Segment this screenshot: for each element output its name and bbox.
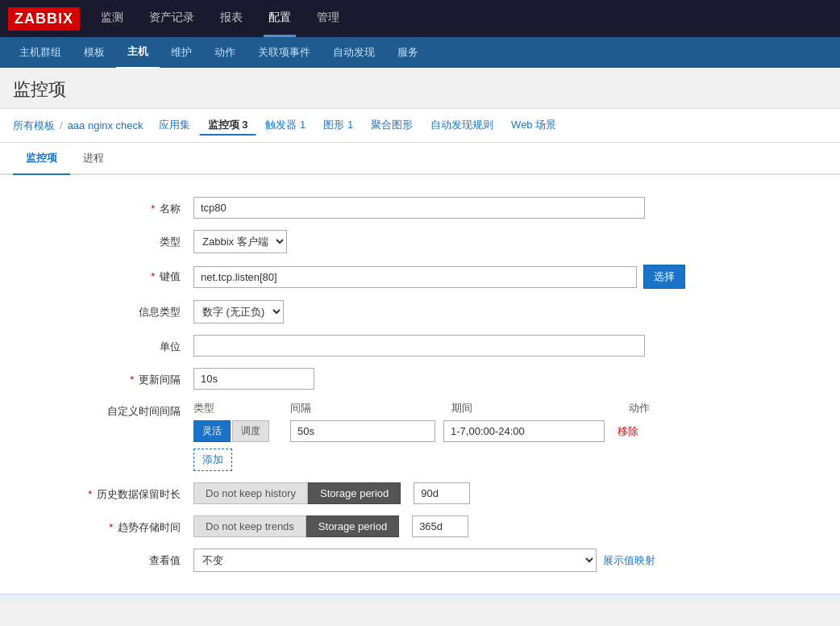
lookup-mapping-button[interactable]: 展示值映射: [603, 553, 655, 568]
required-star-name: *: [151, 202, 155, 215]
required-star-key: *: [151, 270, 155, 282]
label-history: * 历史数据保留时长: [16, 482, 193, 502]
trends-value-input[interactable]: [412, 515, 468, 537]
breadcrumb-tab-discovery[interactable]: 自动发现规则: [422, 115, 502, 136]
breadcrumb-tab-triggers[interactable]: 触发器 1: [256, 115, 314, 136]
nav-event-correlation[interactable]: 关联项事件: [247, 37, 322, 68]
nav-services[interactable]: 服务: [386, 37, 430, 68]
form-row-history: * 历史数据保留时长 Do not keep history Storage p…: [0, 477, 840, 510]
form-row-lookup: 查看值 不变 展示值映射: [0, 543, 840, 578]
top-nav-items: 监测 资产记录 报表 配置 管理: [96, 1, 344, 37]
control-name: [193, 197, 824, 219]
form-row-custom-interval: 自定义时间间隔 类型 间隔 期间 动作 灵活 调度 移除 添加: [0, 395, 840, 477]
control-lookup: 不变 展示值映射: [193, 549, 824, 572]
tab-bar: 监控项 进程: [0, 143, 840, 175]
nav-admin[interactable]: 管理: [312, 1, 344, 37]
nav-maintenance[interactable]: 维护: [160, 37, 203, 68]
interval-add-area: 添加: [193, 449, 824, 471]
tab-items[interactable]: 监控项: [13, 143, 70, 175]
interval-period-input[interactable]: [443, 420, 605, 442]
label-interval: * 更新间隔: [16, 368, 193, 387]
page-header: 监控项: [0, 68, 840, 109]
interval-input[interactable]: [193, 368, 314, 390]
interval-row-0: 灵活 调度 移除: [193, 420, 824, 442]
breadcrumb-tab-graphs[interactable]: 图形 1: [314, 115, 362, 136]
top-navigation: ZABBIX 监测 资产记录 报表 配置 管理: [0, 0, 840, 37]
control-history: Do not keep history Storage period: [193, 482, 824, 504]
form-row-interval: * 更新间隔: [0, 362, 840, 395]
bottom-bar: [0, 594, 840, 602]
name-input[interactable]: [193, 197, 645, 219]
col-header-period: 期间: [451, 401, 629, 415]
label-lookup: 查看值: [16, 549, 193, 568]
label-unit: 单位: [16, 335, 193, 354]
breadcrumb-tab-screens[interactable]: 聚合图形: [362, 115, 422, 136]
breadcrumb-host[interactable]: aaa nginx check: [68, 119, 143, 131]
required-star-history: *: [88, 488, 92, 500]
nav-config[interactable]: 配置: [264, 1, 296, 37]
label-name: * 名称: [16, 197, 193, 216]
custom-interval-area: 类型 间隔 期间 动作 灵活 调度 移除 添加: [193, 401, 824, 471]
form-row-unit: 单位: [0, 329, 840, 362]
label-custom-interval: 自定义时间间隔: [16, 401, 193, 419]
control-trends: Do not keep trends Storage period: [193, 515, 824, 537]
form-row-type: 类型 Zabbix 客户端 Zabbix 主动型 SNMP: [0, 224, 840, 259]
label-key: * 键值: [16, 265, 193, 284]
breadcrumb-tab-appset[interactable]: 应用集: [150, 115, 199, 136]
form-row-info-type: 信息类型 数字 (无正负) 数字 (浮点) 字符 文本 日志: [0, 294, 840, 329]
interval-value-input[interactable]: [290, 420, 435, 442]
interval-header: 类型 间隔 期间 动作: [193, 401, 824, 415]
trends-storage-period-button[interactable]: Storage period: [306, 515, 399, 537]
lookup-select[interactable]: 不变: [193, 549, 597, 572]
breadcrumb-all-templates[interactable]: 所有模板: [13, 119, 55, 133]
history-storage-period-button[interactable]: Storage period: [308, 482, 401, 504]
control-unit: [193, 335, 824, 357]
breadcrumb: 所有模板 / aaa nginx check 应用集 监控项 3 触发器 1 图…: [0, 109, 840, 143]
form-row-key: * 键值 选择: [0, 259, 840, 294]
control-type: Zabbix 客户端 Zabbix 主动型 SNMP: [193, 230, 824, 253]
label-type: 类型: [16, 230, 193, 249]
trends-no-keep-button[interactable]: Do not keep trends: [193, 515, 306, 537]
page-title: 监控项: [13, 77, 827, 102]
breadcrumb-tab-web[interactable]: Web 场景: [502, 115, 565, 136]
control-key: 选择: [193, 265, 824, 289]
interval-type-flexible[interactable]: 灵活: [193, 420, 231, 442]
nav-hostgroups[interactable]: 主机群组: [8, 37, 73, 68]
unit-input[interactable]: [193, 335, 645, 357]
interval-type-scheduled[interactable]: 调度: [232, 420, 269, 442]
label-trends: * 趋势存储时间: [16, 515, 193, 535]
nav-actions[interactable]: 动作: [203, 37, 247, 68]
history-value-input[interactable]: [414, 482, 470, 504]
required-star-trends: *: [109, 521, 113, 533]
key-input[interactable]: [193, 266, 637, 288]
breadcrumb-tabs: 应用集 监控项 3 触发器 1 图形 1 聚合图形 自动发现规则 Web 场景: [150, 115, 566, 136]
nav-hosts[interactable]: 主机: [116, 36, 160, 69]
key-select-button[interactable]: 选择: [643, 265, 685, 289]
col-header-type: 类型: [193, 401, 290, 415]
breadcrumb-sep: /: [60, 119, 63, 131]
control-interval: [193, 368, 824, 390]
nav-templates[interactable]: 模板: [73, 37, 116, 68]
nav-reports[interactable]: 报表: [215, 1, 247, 37]
history-toggle-group: Do not keep history Storage period: [193, 482, 401, 504]
nav-monitor[interactable]: 监测: [96, 1, 128, 37]
nav-assets[interactable]: 资产记录: [144, 1, 199, 37]
history-no-keep-button[interactable]: Do not keep history: [193, 482, 308, 504]
logo: ZABBIX: [8, 7, 80, 31]
main-content: * 名称 类型 Zabbix 客户端 Zabbix 主动型 SNMP * 键值 …: [0, 175, 840, 594]
type-select[interactable]: Zabbix 客户端 Zabbix 主动型 SNMP: [193, 230, 287, 253]
tab-process[interactable]: 进程: [70, 143, 117, 175]
col-header-action: 动作: [629, 401, 824, 415]
required-star-interval: *: [130, 374, 134, 386]
nav-discovery[interactable]: 自动发现: [322, 37, 386, 68]
form-row-name: * 名称: [0, 191, 840, 224]
info-type-select[interactable]: 数字 (无正负) 数字 (浮点) 字符 文本 日志: [193, 300, 284, 323]
col-header-interval: 间隔: [290, 401, 451, 415]
secondary-navigation: 主机群组 模板 主机 维护 动作 关联项事件 自动发现 服务: [0, 37, 840, 68]
control-info-type: 数字 (无正负) 数字 (浮点) 字符 文本 日志: [193, 300, 824, 323]
interval-add-button[interactable]: 添加: [193, 449, 232, 471]
label-info-type: 信息类型: [16, 300, 193, 319]
form-row-trends: * 趋势存储时间 Do not keep trends Storage peri…: [0, 510, 840, 543]
interval-remove-button[interactable]: 移除: [613, 421, 643, 442]
breadcrumb-tab-items[interactable]: 监控项 3: [199, 115, 257, 136]
